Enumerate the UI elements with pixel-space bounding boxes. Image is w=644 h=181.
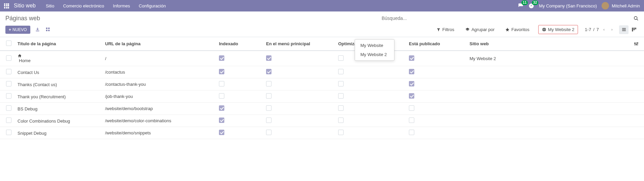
table-row[interactable]: Home / My Website 2 <box>0 51 644 66</box>
row-checkbox[interactable] <box>6 105 11 111</box>
cell-title: Thank you (Recruitment) <box>15 90 102 103</box>
kanban-view-button[interactable] <box>629 25 639 34</box>
columns-options-icon[interactable] <box>634 42 639 46</box>
row-checkbox[interactable] <box>6 81 11 86</box>
company-name[interactable]: My Company (San Francisco) <box>539 3 597 8</box>
grid-icon[interactable] <box>45 27 50 32</box>
published-checkbox[interactable] <box>409 105 414 111</box>
inmenu-checkbox[interactable] <box>266 81 271 86</box>
table-row[interactable]: Contact Us /contactus <box>0 66 644 78</box>
nav-configuration[interactable]: Configuración <box>135 1 170 11</box>
filters-button[interactable]: Filtros <box>434 26 456 33</box>
nav-ecommerce[interactable]: Comercio electrónico <box>59 1 108 11</box>
indexed-checkbox[interactable] <box>219 69 224 74</box>
chevron-left-icon <box>602 28 606 32</box>
brand-title[interactable]: Sitio web <box>14 3 36 9</box>
kanban-icon <box>632 27 637 32</box>
row-checkbox[interactable] <box>6 55 11 61</box>
filters-label: Filtros <box>442 27 454 32</box>
cell-site: My Website 2 <box>467 51 631 66</box>
indexed-checkbox[interactable] <box>219 81 224 86</box>
list-view-button[interactable] <box>619 25 629 34</box>
table-row[interactable]: Thank you (Recruitment) /job-thank-you <box>0 90 644 103</box>
seo-checkbox[interactable] <box>338 118 344 123</box>
search-input[interactable] <box>382 14 631 22</box>
dropdown-item-my-website-2[interactable]: My Website 2 <box>355 50 394 59</box>
inmenu-checkbox[interactable] <box>266 130 271 135</box>
indexed-checkbox[interactable] <box>219 55 224 61</box>
select-all-checkbox[interactable] <box>6 41 11 46</box>
cell-url: /job-thank-you <box>102 90 216 103</box>
website-filter-button[interactable]: My Website 2 <box>538 25 578 34</box>
seo-checkbox[interactable] <box>338 81 344 86</box>
table-row[interactable]: Color Combinations Debug /website/demo/c… <box>0 115 644 127</box>
published-checkbox[interactable] <box>409 118 414 123</box>
cell-url: /website/demo/color-combinations <box>102 115 216 127</box>
cell-title: Thanks (Contact us) <box>15 78 102 90</box>
indexed-checkbox[interactable] <box>219 93 224 99</box>
row-checkbox[interactable] <box>6 69 11 74</box>
seo-checkbox[interactable] <box>338 93 344 99</box>
dropdown-item-my-website[interactable]: My Website <box>355 41 394 50</box>
search-icon[interactable] <box>634 16 639 21</box>
import-icon[interactable] <box>35 27 40 32</box>
groupby-button[interactable]: Agrupar por <box>463 26 497 33</box>
row-checkbox[interactable] <box>6 118 11 123</box>
apps-icon[interactable] <box>4 3 9 8</box>
row-checkbox[interactable] <box>6 130 11 135</box>
published-checkbox[interactable] <box>409 69 414 74</box>
cell-title: Contact Us <box>15 66 102 78</box>
table-row[interactable]: BS Debug /website/demo/bootstrap <box>0 103 644 115</box>
pager: 1-7 / 7 <box>585 27 615 32</box>
inmenu-checkbox[interactable] <box>266 69 271 74</box>
th-url[interactable]: URL de la página <box>102 37 216 51</box>
indexed-checkbox[interactable] <box>219 105 224 111</box>
new-button[interactable]: + NUEVO <box>5 26 30 34</box>
cell-site <box>467 78 631 90</box>
published-checkbox[interactable] <box>409 81 414 86</box>
avatar <box>602 2 609 9</box>
globe-icon <box>542 27 546 32</box>
indexed-checkbox[interactable] <box>219 130 224 135</box>
published-checkbox[interactable] <box>409 130 414 135</box>
th-site[interactable]: Sitio web <box>467 37 631 51</box>
cell-site <box>467 90 631 103</box>
pager-range[interactable]: 1-7 <box>585 27 591 32</box>
nav-reports[interactable]: Informes <box>109 1 134 11</box>
th-title[interactable]: Título de la página <box>15 37 102 51</box>
pager-total: 7 <box>597 27 599 32</box>
cell-title: BS Debug <box>15 103 102 115</box>
svg-point-19 <box>637 42 638 43</box>
svg-rect-6 <box>48 30 50 31</box>
seo-checkbox[interactable] <box>338 55 344 61</box>
inmenu-checkbox[interactable] <box>266 118 271 123</box>
main-navbar: Sitio web Sitio Comercio electrónico Inf… <box>0 0 644 11</box>
nav-site[interactable]: Sitio <box>42 1 58 11</box>
indexed-checkbox[interactable] <box>219 118 224 123</box>
inmenu-checkbox[interactable] <box>266 55 271 61</box>
table-row[interactable]: Thanks (Contact us) /contactus-thank-you <box>0 78 644 90</box>
favorites-button[interactable]: Favoritos <box>503 26 531 33</box>
messaging-button[interactable]: 11 <box>518 3 524 8</box>
published-checkbox[interactable] <box>409 93 414 99</box>
pager-prev[interactable] <box>601 27 607 32</box>
svg-point-17 <box>635 43 635 44</box>
th-indexed[interactable]: Indexado <box>216 37 263 51</box>
seo-checkbox[interactable] <box>338 130 344 135</box>
svg-rect-2 <box>36 31 39 31</box>
svg-rect-5 <box>46 30 47 31</box>
funnel-icon <box>437 28 441 32</box>
inmenu-checkbox[interactable] <box>266 105 271 111</box>
seo-checkbox[interactable] <box>338 105 344 111</box>
pager-next[interactable] <box>609 27 615 32</box>
th-inmenu[interactable]: En el menú prinicipal <box>263 37 335 51</box>
activities-button[interactable]: 32 <box>528 3 534 9</box>
website-filter-label: My Website 2 <box>548 27 575 32</box>
th-published[interactable]: Está publicado <box>406 37 467 51</box>
user-menu[interactable]: Mitchell Admin <box>602 2 640 9</box>
published-checkbox[interactable] <box>409 55 414 61</box>
inmenu-checkbox[interactable] <box>266 93 271 99</box>
seo-checkbox[interactable] <box>338 69 344 74</box>
row-checkbox[interactable] <box>6 93 11 99</box>
table-row[interactable]: Snippet Debug /website/demo/snippets <box>0 127 644 139</box>
